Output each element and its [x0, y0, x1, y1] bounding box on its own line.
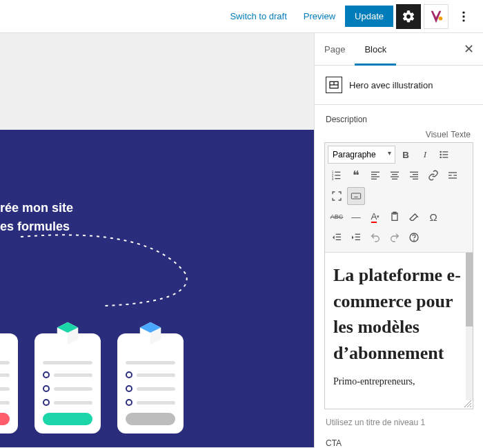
italic-icon: I: [424, 149, 426, 160]
svg-point-3: [462, 19, 464, 21]
editor-paragraph[interactable]: Primo-entrepreneurs,: [333, 376, 464, 387]
svg-rect-43: [336, 234, 341, 235]
link-button[interactable]: [424, 166, 442, 184]
hr-icon: —: [351, 212, 360, 222]
link-icon: [428, 170, 439, 181]
svg-rect-31: [448, 172, 457, 173]
text-color-icon: A: [371, 211, 377, 223]
field-hint: Utilisez un titre de niveau 1: [315, 413, 483, 431]
yoast-button[interactable]: [424, 4, 448, 29]
insert-more-button[interactable]: [444, 166, 462, 184]
list-ul-icon: [439, 149, 450, 160]
svg-rect-24: [392, 174, 397, 175]
fullscreen-button[interactable]: [328, 187, 346, 205]
svg-rect-12: [442, 157, 448, 157]
quote-icon: ❝: [353, 168, 359, 183]
svg-rect-30: [413, 179, 418, 179]
more-options-button[interactable]: [451, 4, 476, 29]
svg-rect-29: [410, 176, 418, 177]
blockquote-button[interactable]: ❝: [347, 166, 365, 184]
align-center-icon: [389, 170, 400, 181]
svg-rect-34: [448, 177, 457, 178]
redo-button[interactable]: [386, 228, 404, 246]
hero-block[interactable]: rée mon site es formules: [0, 130, 314, 447]
gear-icon: [402, 10, 415, 23]
resize-handle-icon[interactable]: [464, 400, 471, 407]
editor-canvas[interactable]: rée mon site es formules: [0, 33, 314, 448]
hr-button[interactable]: —: [347, 208, 365, 226]
editor-scrollbar[interactable]: [466, 253, 473, 400]
fullscreen-icon: [331, 191, 342, 202]
svg-point-11: [440, 157, 442, 159]
toolbar-toggle-button[interactable]: [347, 187, 365, 205]
pricing-card: [117, 333, 184, 434]
align-left-icon: [370, 170, 381, 181]
help-button[interactable]: [405, 228, 423, 246]
outdent-icon: [331, 232, 342, 243]
block-sidebar: Page Block ✕ Hero avec illustration Desc…: [314, 33, 483, 448]
strikethrough-button[interactable]: ABC: [328, 208, 346, 226]
preview-button[interactable]: Preview: [297, 7, 342, 26]
align-center-button[interactable]: [386, 166, 404, 184]
eraser-icon: [408, 211, 420, 222]
svg-rect-25: [391, 176, 399, 177]
strikethrough-icon: ABC: [331, 213, 344, 220]
align-right-icon: [408, 170, 420, 181]
svg-rect-10: [442, 154, 448, 155]
hero-cards: [0, 333, 184, 434]
align-right-button[interactable]: [405, 166, 423, 184]
special-char-button[interactable]: Ω: [424, 208, 442, 226]
text-color-button[interactable]: A▾: [366, 208, 384, 226]
svg-rect-18: [335, 178, 340, 179]
editor-heading[interactable]: La plateforme e-commerce pour les modèle…: [333, 262, 464, 367]
editor-textarea[interactable]: La plateforme e-commerce pour les modèle…: [325, 253, 473, 409]
svg-rect-8: [442, 151, 448, 152]
yoast-icon: [428, 9, 444, 24]
read-more-icon: [447, 170, 458, 181]
tab-block[interactable]: Block: [355, 33, 396, 66]
settings-button[interactable]: [396, 4, 421, 29]
pricing-card: [34, 333, 101, 434]
bullet-list-button[interactable]: [435, 146, 453, 164]
numbered-list-button[interactable]: 123: [328, 166, 346, 184]
indent-icon: [351, 232, 362, 243]
bold-button[interactable]: B: [397, 146, 415, 164]
update-button[interactable]: Update: [345, 6, 393, 27]
svg-rect-33: [453, 175, 457, 175]
omega-icon: Ω: [429, 211, 437, 223]
hero-line-1: rée mon site: [0, 199, 73, 217]
block-type-icon: [326, 77, 342, 93]
paste-text-button[interactable]: [386, 208, 404, 226]
svg-rect-44: [336, 237, 341, 237]
box-icon: [137, 320, 164, 346]
visual-tab[interactable]: Visuel: [424, 128, 449, 141]
svg-text:3: 3: [332, 177, 334, 181]
redo-icon: [389, 232, 400, 243]
text-tab[interactable]: Texte: [449, 128, 472, 141]
svg-point-2: [462, 15, 464, 17]
svg-rect-27: [410, 172, 418, 173]
box-icon: [55, 320, 81, 346]
list-ol-icon: 123: [331, 170, 342, 181]
svg-rect-21: [371, 176, 379, 177]
italic-button[interactable]: I: [416, 146, 434, 164]
svg-rect-20: [371, 174, 377, 175]
svg-rect-23: [391, 172, 399, 173]
svg-rect-45: [336, 240, 341, 240]
svg-rect-46: [355, 234, 360, 235]
outdent-button[interactable]: [328, 228, 346, 246]
undo-button[interactable]: [366, 228, 384, 246]
switch-to-draft-button[interactable]: Switch to draft: [223, 7, 293, 26]
svg-point-0: [439, 17, 443, 21]
block-type-label: Hero avec illustration: [349, 80, 433, 90]
tab-page[interactable]: Page: [315, 33, 355, 66]
sidebar-tabs: Page Block ✕: [315, 33, 483, 66]
clear-formatting-button[interactable]: [405, 208, 423, 226]
bold-icon: B: [402, 150, 409, 160]
format-select[interactable]: Paragraphe: [328, 146, 395, 164]
close-sidebar-button[interactable]: ✕: [458, 39, 479, 59]
align-left-button[interactable]: [366, 166, 384, 184]
indent-button[interactable]: [347, 228, 365, 246]
close-icon: ✕: [464, 42, 474, 56]
description-label: Description: [315, 105, 483, 128]
